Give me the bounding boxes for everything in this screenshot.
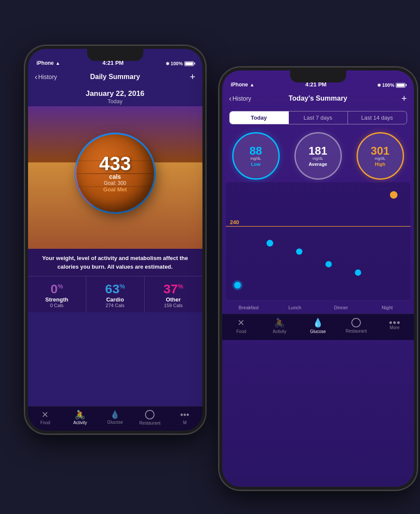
restaurant-label-right: Restaurant [346,329,367,333]
glucose-avg: 181 mg/dL Average [294,132,342,180]
scene: iPhone ▲ 4:21 PM ✱ 100% ‹ History [16,19,404,495]
glucose-high: 301 mg/dL High [357,132,404,180]
goal-value: 300 [117,180,126,186]
back-label-left: History [38,73,57,80]
chart-dot-1 [266,240,273,247]
chart-dot-4 [355,270,361,276]
chart-area: 240 [226,182,411,303]
battery-fill-left [185,62,193,65]
restaurant-icon-left [145,410,155,419]
glucose-chart: 240 [226,182,411,300]
battery-pct-left: 100% [171,61,183,66]
add-button-right[interactable]: + [401,93,407,104]
date-section: January 22, 2016 Today [28,86,202,106]
period-tabs: Today Last 7 days Last 14 days [229,111,407,124]
x-label-dinner: Dinner [318,305,364,310]
chart-dot-high [390,191,398,199]
other-pct: 37% [148,282,199,295]
tab-more-right[interactable]: More [382,321,407,330]
wifi-icon-right: ▲ [250,82,255,87]
bt-icon-right: ✱ [377,83,381,88]
more-label-right: More [390,325,400,330]
restaurant-label-left: Restaurant [139,421,161,425]
activity-icon-right: 🚴 [274,317,285,328]
tab-glucose-right[interactable]: 💧 Glucose [305,317,331,334]
battery-pct-right: 100% [382,82,394,88]
ball-container: 433 cals Goal: 300 Goal Met [72,130,158,216]
cardio-cals: 274 Cals [90,303,141,308]
glucose-high-unit: mg/dL [375,156,385,161]
cardio-pct: 63% [90,282,141,295]
right-screen: iPhone ▲ 4:21 PM ✱ 100% ‹ History [222,70,414,487]
tab-glucose-left[interactable]: 💧 Glucose [104,411,126,425]
strength-pct: 0% [32,282,82,295]
tab-restaurant-right[interactable]: Restaurant [343,318,369,333]
chevron-left: ‹ [35,73,38,82]
food-label-left: Food [40,420,50,425]
strength-label: Strength [32,296,82,303]
stats-grid: 0% Strength 0 Cals 63% Cardio 274 Cals 3… [28,276,202,312]
tab-activity-right[interactable]: 🚴 Activity [267,317,293,334]
glucose-high-label: High [375,162,385,167]
chart-dot-low [234,282,241,289]
glucose-avg-label: Average [309,162,327,167]
glucose-low: 88 mg/dL Low [232,132,280,180]
tab-last14[interactable]: Last 14 days [348,111,407,124]
glucose-avg-unit: mg/dL [313,156,323,161]
tab-restaurant-left[interactable]: Restaurant [139,410,161,425]
threshold-label: 240 [230,219,239,225]
restaurant-icon-right [351,318,361,327]
tab-bar-left: ✕ Food 🚴 Activity 💧 Glucose Restaurant •… [28,406,202,431]
add-button-left[interactable]: + [190,71,196,82]
tab-today[interactable]: Today [230,111,289,124]
glucose-low-label: Low [251,162,261,167]
notch-left [87,49,143,61]
stat-strength: 0% Strength 0 Cals [28,276,86,312]
other-cals: 159 Cals [148,303,199,308]
food-icon-right: ✕ [237,317,245,328]
more-icon-left: ••• [180,410,189,419]
tab-last7[interactable]: Last 7 days [289,111,348,124]
cardio-label: Cardio [90,296,141,303]
glucose-label-left: Glucose [107,420,123,425]
activity-description: Your weight, level of activity and metab… [28,249,202,276]
tab-food-right[interactable]: ✕ Food [228,317,254,334]
chart-dot-2 [296,248,302,255]
phone-right: iPhone ▲ 4:21 PM ✱ 100% ‹ History [219,67,417,490]
phone-left: iPhone ▲ 4:21 PM ✱ 100% ‹ History [25,45,206,434]
bt-icon-left: ✱ [166,61,169,66]
x-label-breakfast: Breakfast [226,305,272,310]
glucose-avg-value: 181 [309,145,327,156]
activity-label-right: Activity [273,329,287,334]
svg-rect-3 [226,182,411,300]
glucose-icon-right: 💧 [313,317,323,328]
tab-more-left[interactable]: ••• M [174,410,196,425]
goal-met-label: Goal Met [99,186,131,193]
food-icon-left: ✕ [41,410,49,419]
chevron-right: ‹ [229,94,232,103]
battery-bar-right [396,83,405,88]
back-button-left[interactable]: ‹ History [35,73,57,82]
glucose-circles: 88 mg/dL Low 181 mg/dL Average 301 mg/dL… [222,128,414,182]
chart-dot-3 [325,261,332,267]
back-button-right[interactable]: ‹ History [229,94,252,103]
stat-cardio: 63% Cardio 274 Cals [86,276,145,312]
carrier-left: iPhone [37,60,54,66]
ball-text: 433 cals Goal: 300 Goal Met [99,154,131,193]
basketball-area: 433 cals Goal: 300 Goal Met [28,106,202,249]
battery-fill-right [397,84,404,87]
left-screen: iPhone ▲ 4:21 PM ✱ 100% ‹ History [28,49,202,431]
x-label-lunch: Lunch [272,305,318,310]
tab-food-left[interactable]: ✕ Food [35,410,56,425]
glucose-label-right: Glucose [310,329,326,334]
activity-label-left: Activity [73,420,87,425]
cals-label: cals [99,173,131,180]
nav-bar-left: ‹ History Daily Summary + [28,68,202,86]
tab-activity-left[interactable]: 🚴 Activity [69,410,91,425]
more-icon-right [389,321,400,324]
x-label-night: Night [364,305,411,310]
calories-value: 433 [99,154,131,173]
activity-icon-left: 🚴 [75,410,85,419]
x-axis-labels: Breakfast Lunch Dinner Night [222,303,414,314]
other-label: Other [148,296,199,303]
